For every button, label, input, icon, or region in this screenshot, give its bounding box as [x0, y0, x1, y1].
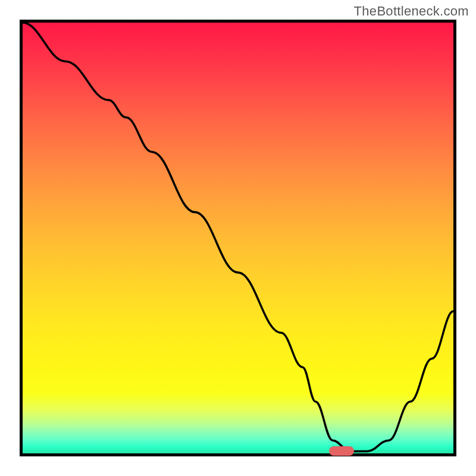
- plot-area: [23, 23, 453, 453]
- watermark-label: TheBottleneck.com: [354, 4, 469, 19]
- chart-frame: [20, 20, 456, 456]
- curve-line: [23, 23, 453, 453]
- chart-container: TheBottleneck.com: [0, 0, 476, 476]
- optimum-marker: [329, 446, 354, 456]
